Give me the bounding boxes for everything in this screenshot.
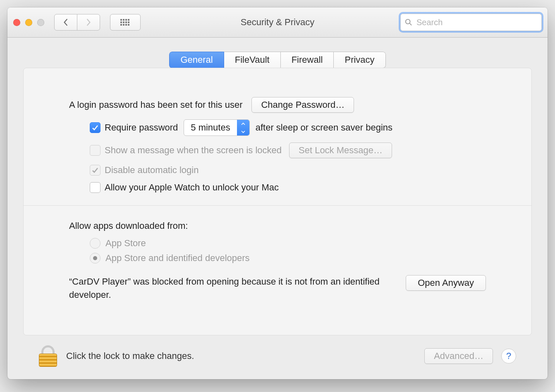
tab-general[interactable]: General [169, 52, 224, 68]
chevron-right-icon [86, 19, 91, 26]
apple-watch-label: Allow your Apple Watch to unlock your Ma… [105, 182, 279, 193]
require-password-checkbox[interactable] [90, 122, 100, 133]
svg-line-1 [410, 24, 412, 26]
disable-auto-login-label: Disable automatic login [105, 165, 199, 176]
require-password-label-after: after sleep or screen saver begins [256, 122, 392, 133]
advanced-button: Advanced… [424, 348, 493, 364]
require-password-delay-value: 5 minutes [184, 122, 237, 133]
tab-filevault[interactable]: FileVault [224, 52, 281, 68]
allow-apps-option-0-label: App Store [105, 238, 146, 249]
require-password-delay-select[interactable]: 5 minutes [184, 119, 249, 136]
search-field[interactable] [400, 14, 542, 31]
grid-icon [120, 19, 130, 26]
tab-firewall[interactable]: Firewall [281, 52, 334, 68]
divider [24, 205, 531, 206]
content-area: General FileVault Firewall Privacy A log… [7, 38, 548, 379]
disable-auto-login-row: Disable automatic login [69, 165, 486, 176]
open-anyway-button[interactable]: Open Anyway [406, 275, 486, 291]
titlebar: Security & Privacy [7, 7, 548, 38]
general-panel: A login password has been set for this u… [23, 68, 532, 335]
nav-group [54, 14, 100, 31]
disable-auto-login-checkbox [90, 165, 100, 176]
close-window-button[interactable] [13, 19, 20, 26]
search-input[interactable] [416, 17, 537, 28]
back-button[interactable] [54, 14, 77, 31]
forward-button[interactable] [77, 14, 100, 31]
select-stepper-icon [237, 120, 249, 135]
svg-point-0 [406, 19, 410, 24]
allow-apps-option-0: App Store [69, 238, 486, 249]
chevron-left-icon [63, 19, 69, 26]
set-lock-message-button: Set Lock Message… [289, 143, 392, 158]
login-password-label: A login password has been set for this u… [69, 100, 242, 110]
help-button[interactable]: ? [501, 349, 516, 363]
blocked-app-message: “CarDV Player” was blocked from opening … [69, 275, 393, 302]
tab-bar: General FileVault Firewall Privacy [169, 52, 385, 68]
change-password-button[interactable]: Change Password… [251, 97, 354, 113]
window-controls [13, 19, 44, 26]
search-icon [405, 19, 412, 26]
allow-apps-heading-row: Allow apps downloaded from: [69, 221, 486, 231]
blocked-app-row: “CarDV Player” was blocked from opening … [69, 275, 486, 302]
show-message-checkbox [90, 145, 100, 156]
preferences-window: Security & Privacy General FileVault Fir… [7, 7, 548, 379]
footer: Click the lock to make changes. Advanced… [23, 335, 532, 379]
apple-watch-row: Allow your Apple Watch to unlock your Ma… [69, 182, 486, 193]
allow-apps-radio-identified-devs [90, 253, 100, 264]
minimize-window-button[interactable] [25, 19, 32, 26]
show-all-button[interactable] [110, 14, 141, 31]
zoom-window-button [37, 19, 44, 26]
require-password-row: Require password 5 minutes after sleep o… [69, 119, 486, 136]
require-password-label-before: Require password [105, 122, 178, 133]
lock-button[interactable] [39, 345, 57, 367]
tab-privacy[interactable]: Privacy [334, 52, 385, 68]
show-message-label: Show a message when the screen is locked [105, 145, 282, 156]
allow-apps-heading: Allow apps downloaded from: [69, 221, 188, 231]
allow-apps-option-1-label: App Store and identified developers [105, 253, 250, 264]
allow-apps-radio-app-store [90, 238, 100, 249]
lock-hint-label: Click the lock to make changes. [66, 351, 194, 361]
login-password-row: A login password has been set for this u… [69, 97, 486, 113]
show-message-row: Show a message when the screen is locked… [69, 143, 486, 158]
allow-apps-option-1: App Store and identified developers [69, 253, 486, 264]
apple-watch-checkbox[interactable] [90, 182, 100, 193]
